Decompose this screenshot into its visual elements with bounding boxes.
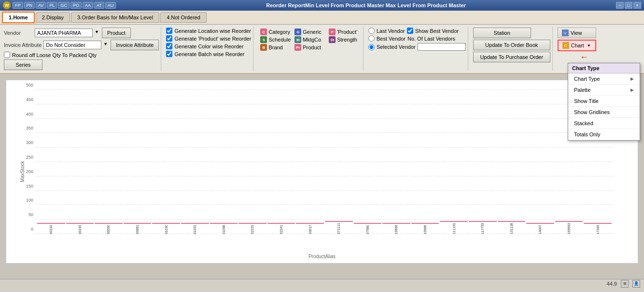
- tab-not_ordered[interactable]: 4.Not Ordered: [160, 12, 207, 23]
- title-bar-app-aa[interactable]: AA: [83, 2, 93, 9]
- title-bar-app-pn[interactable]: PN: [24, 2, 35, 9]
- bar-label: 01031: [193, 225, 196, 234]
- app-icon: W: [3, 1, 11, 9]
- view-label: View: [571, 30, 582, 36]
- category-item-brand[interactable]: BBrand: [260, 44, 291, 51]
- category-item-schedule[interactable]: SSchedule: [260, 36, 291, 43]
- categories-section: CCategoryGGenericP'Product'SScheduleMMkt…: [256, 27, 364, 71]
- dropdown-item-palette[interactable]: Palette▶: [568, 85, 640, 96]
- generate-batch-checkbox[interactable]: [166, 51, 172, 57]
- category-item-product[interactable]: P'Product': [329, 29, 359, 35]
- invoice-attribute-button[interactable]: Invoice Attribute: [111, 40, 159, 50]
- bar: [498, 221, 526, 222]
- selected-vendor-radio[interactable]: [368, 44, 375, 50]
- category-item-generic[interactable]: GGeneric: [294, 29, 325, 35]
- category-item-mktgco[interactable]: MMktgCo: [294, 36, 325, 43]
- dropdown-item-chart_type[interactable]: Chart Type▶: [568, 73, 640, 85]
- dropdown-item-stacked[interactable]: Stacked: [568, 118, 640, 129]
- title-bar-app-av[interactable]: AV: [36, 2, 46, 9]
- station-button[interactable]: Station: [473, 28, 531, 38]
- user-status-icon[interactable]: 👤: [632, 280, 640, 288]
- round-off-label: Round off Loose Qty To Packed Qty: [12, 52, 97, 58]
- bar-label: 03017: [308, 225, 312, 234]
- grid-status-icon[interactable]: ⊞: [621, 280, 629, 288]
- title-bar-app-gc[interactable]: GC: [58, 2, 70, 9]
- chart-button[interactable]: C Chart ▼: [558, 40, 596, 51]
- title-bar-app-pl[interactable]: PL: [47, 2, 57, 9]
- generate-location-checkbox[interactable]: [166, 28, 172, 34]
- y-tick-label: 350: [26, 126, 33, 131]
- series-button[interactable]: Series: [4, 59, 42, 70]
- maximize-btn[interactable]: □: [625, 2, 632, 9]
- bar-label: 17393: [596, 225, 600, 234]
- category-item-product[interactable]: PrProduct: [294, 44, 325, 51]
- tab-order_basis[interactable]: 3.Order Basis for Min/Max Level: [71, 12, 159, 23]
- category-label: Strength: [337, 37, 357, 43]
- title-bar-app-at[interactable]: AT: [94, 2, 104, 9]
- bar: [95, 223, 123, 224]
- category-icon: C: [260, 29, 267, 35]
- invoice-row: Invoice Attribute ▼ Invoice Attribute: [4, 40, 159, 50]
- bar-label: 071111: [337, 223, 340, 234]
- bar-group: 117753: [469, 221, 497, 234]
- title-bar-app-fp[interactable]: FP: [13, 2, 23, 9]
- category-label: Product: [303, 44, 321, 50]
- window-controls[interactable]: − □ ×: [616, 2, 641, 9]
- category-label: Generic: [303, 29, 322, 35]
- product-button[interactable]: Product: [102, 28, 131, 38]
- tab-home[interactable]: 1.Home: [2, 12, 35, 23]
- last-vendor-radio[interactable]: [368, 28, 375, 34]
- dropdown-item-totals_only[interactable]: Totals Only: [568, 129, 640, 140]
- update-order-button[interactable]: Update To Order Book: [473, 40, 550, 50]
- tab-display[interactable]: 2.Display: [36, 12, 70, 23]
- bar-group: 01030: [152, 223, 180, 234]
- bar-label: 10668: [394, 225, 398, 234]
- bars-area: 0019200193005500086101030010310109802229…: [35, 90, 614, 234]
- round-off-row: Round off Loose Qty To Packed Qty: [4, 52, 159, 58]
- show-best-checkbox[interactable]: [407, 28, 413, 34]
- close-btn[interactable]: ×: [633, 2, 641, 9]
- y-tick-label: 400: [26, 112, 33, 117]
- submenu-arrow: ▶: [630, 88, 634, 92]
- bar-group: 00550: [95, 223, 123, 234]
- invoice-input[interactable]: [43, 41, 101, 49]
- bar: [210, 223, 238, 224]
- dropdown-item-label: Totals Only: [574, 131, 600, 137]
- round-off-checkbox[interactable]: [4, 52, 10, 58]
- dropdown-item-show_gridlines[interactable]: Show Gridlines: [568, 107, 640, 118]
- bar-group: 17393: [584, 223, 612, 234]
- view-button[interactable]: V View: [558, 28, 596, 38]
- minimize-btn[interactable]: −: [616, 2, 624, 9]
- dropdown-item-show_title[interactable]: Show Title: [568, 96, 640, 107]
- bar-label: 02229: [251, 225, 254, 234]
- category-item-strength[interactable]: StStrength: [329, 36, 359, 43]
- bar-label: 117753: [481, 223, 484, 234]
- vendor-input[interactable]: [35, 29, 93, 37]
- best-vendor-radio[interactable]: [368, 35, 375, 42]
- title-bar-left: W FPPNAVPLGCPOAAATAU: [3, 1, 116, 9]
- bar: [181, 223, 209, 224]
- selected-vendor-input[interactable]: [418, 43, 466, 51]
- chart-grid: 0501001502002503003504004505000019200193…: [35, 90, 614, 234]
- main-content: MaxStock 0501001502002503003504004505000…: [0, 74, 644, 279]
- generate-product-checkbox[interactable]: [166, 35, 172, 42]
- generate-location-label: Generate Location wise Reorder: [174, 28, 251, 34]
- chart-dropdown-arrow: ▼: [587, 44, 591, 48]
- category-item-category[interactable]: CCategory: [260, 29, 291, 35]
- dropdown-item-label: Show Gridlines: [574, 109, 610, 115]
- bar: [411, 223, 439, 224]
- invoice-label: Invoice Attribute: [4, 42, 42, 48]
- best-vendor-row: Best Vendor No. Of Last Vendors: [368, 35, 466, 42]
- dropdown-item-label: Chart Type: [574, 76, 600, 82]
- bar: [382, 223, 410, 224]
- generate-color-checkbox[interactable]: [166, 43, 172, 49]
- title-bar-app-po[interactable]: PO: [70, 2, 82, 9]
- update-purchase-button[interactable]: Update To Purchase Order: [473, 52, 550, 62]
- title-bar-app-au[interactable]: AU: [105, 2, 116, 9]
- bar-group: 131138: [498, 221, 526, 234]
- bar-group: 01098: [210, 223, 238, 234]
- vendor-row: Vendor ▼ Product: [4, 28, 159, 38]
- y-axis-label: MaxStock: [20, 161, 25, 182]
- x-axis-label: ProductAlias: [308, 254, 336, 259]
- category-icon: S: [260, 36, 267, 43]
